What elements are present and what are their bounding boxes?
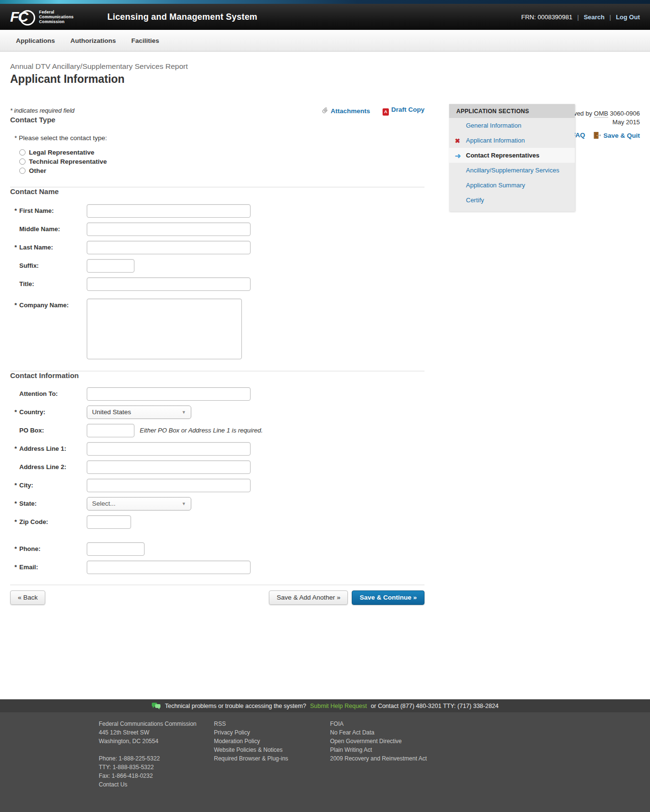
suffix-row: Suffix:	[10, 259, 424, 273]
paperclip-icon	[321, 107, 329, 114]
radio-legal-representative[interactable]: Legal Representative	[19, 148, 424, 157]
footer-links-column-3: FOIA No Fear Act Data Open Government Di…	[330, 720, 427, 763]
no-fear-act-link[interactable]: No Fear Act Data	[330, 728, 427, 737]
pdf-icon: A	[383, 108, 389, 116]
required-browser-link[interactable]: Required Browser & Plug-ins	[214, 754, 288, 763]
state-label: State:	[19, 497, 37, 511]
application-sections-panel: APPLICATION SECTIONS General Information…	[449, 104, 575, 211]
application-sections-title: APPLICATION SECTIONS	[449, 104, 575, 118]
save-add-another-button[interactable]: Save & Add Another »	[269, 590, 348, 605]
top-gradient-strip	[0, 0, 650, 4]
address-line-1-row: *Address Line 1:	[10, 442, 424, 456]
header-separator: |	[577, 13, 579, 21]
country-row: *Country: United States ▼	[10, 406, 424, 419]
nav-item-facilities[interactable]: Facilities	[124, 37, 167, 44]
contact-information-heading: Contact Information	[10, 371, 424, 380]
draft-copy-link[interactable]: ADraft Copy	[383, 106, 424, 116]
address-line-2-input[interactable]	[87, 460, 251, 474]
nav-item-authorizations[interactable]: Authorizations	[63, 37, 124, 44]
fcc-logo: FC Federal Communications Commission	[10, 8, 74, 26]
chat-icon	[151, 702, 161, 710]
po-box-row: PO Box: Either PO Box or Address Line 1 …	[10, 424, 424, 437]
search-link[interactable]: Search	[584, 13, 604, 21]
nav-item-applications[interactable]: Applications	[10, 37, 63, 44]
email-input[interactable]	[87, 561, 251, 574]
sidebar-item-ancillary-supplementary-services[interactable]: Ancillary/Supplementary Services	[449, 163, 575, 178]
app-header: FC Federal Communications Commission Lic…	[0, 4, 650, 30]
sidebar-item-contact-representatives[interactable]: ➜ Contact Representatives	[449, 148, 575, 163]
radio-technical-representative[interactable]: Technical Representative	[19, 157, 424, 166]
po-box-input[interactable]	[87, 424, 134, 437]
address-line-1-input[interactable]	[87, 442, 251, 456]
moderation-policy-link[interactable]: Moderation Policy	[214, 737, 288, 746]
state-row: *State: Select... ▼	[10, 497, 424, 511]
app-title: Licensing and Management System	[107, 12, 257, 22]
recovery-act-link[interactable]: 2009 Recovery and Reinvestment Act	[330, 754, 427, 763]
open-government-link[interactable]: Open Government Directive	[330, 737, 427, 746]
sidebar-item-certify[interactable]: Certify	[449, 193, 575, 208]
sidebar-item-application-summary[interactable]: Application Summary	[449, 178, 575, 193]
zip-code-row: *Zip Code:	[10, 515, 424, 529]
page-title: Applicant Information	[10, 73, 640, 86]
address-line-2-label: Address Line 2:	[19, 460, 66, 474]
back-button[interactable]: « Back	[10, 590, 45, 605]
privacy-policy-link[interactable]: Privacy Policy	[214, 728, 288, 737]
contact-type-heading: Contact Type	[10, 116, 424, 124]
suffix-input[interactable]	[87, 259, 134, 273]
radio-other[interactable]: Other	[19, 166, 424, 175]
middle-name-label: Middle Name:	[19, 223, 60, 236]
save-continue-button[interactable]: Save & Continue »	[352, 590, 424, 605]
sidebar-item-general-information[interactable]: General Information	[449, 118, 575, 133]
zip-code-input[interactable]	[87, 515, 131, 529]
logout-link[interactable]: Log Out	[616, 13, 640, 21]
website-policies-link[interactable]: Website Policies & Notices	[214, 746, 288, 754]
first-name-label: First Name:	[19, 204, 54, 218]
attention-to-input[interactable]	[87, 387, 251, 401]
rss-link[interactable]: RSS	[214, 720, 288, 728]
last-name-row: *Last Name:	[10, 241, 424, 254]
foia-link[interactable]: FOIA	[330, 720, 427, 728]
po-box-note: Either PO Box or Address Line 1 is requi…	[140, 424, 263, 437]
phone-input[interactable]	[87, 542, 145, 556]
contact-name-fields: *First Name: Middle Name: *Last Name: Su…	[10, 204, 424, 359]
submit-help-request-link[interactable]: Submit Help Request	[310, 703, 367, 709]
form-buttons-row: « Back Save & Add Another » Save & Conti…	[10, 590, 424, 605]
door-icon	[594, 132, 601, 139]
footer-agency-city: Washington, DC 20554	[99, 737, 197, 746]
email-label: Email:	[19, 561, 38, 574]
company-name-row: *Company Name:	[10, 299, 424, 359]
sidebar-item-applicant-information[interactable]: ✖ Applicant Information	[449, 133, 575, 148]
chevron-down-icon: ▼	[182, 501, 186, 506]
contact-type-prompt: * Please select the contact type:	[10, 134, 424, 142]
contact-us-link[interactable]: Contact Us	[99, 780, 197, 789]
last-name-input[interactable]	[87, 241, 251, 254]
plain-writing-link[interactable]: Plain Writing Act	[330, 746, 427, 754]
state-select[interactable]: Select... ▼	[87, 497, 191, 511]
city-input[interactable]	[87, 479, 251, 492]
required-note-row: * indicates required field Attachments A…	[10, 106, 424, 116]
footer-tty: TTY: 1-888-835-5322	[99, 763, 197, 772]
footer-fax: Fax: 1-866-418-0232	[99, 772, 197, 780]
header-user-area: FRN: 0008390981 | Search | Log Out	[521, 4, 640, 30]
title-row: Title:	[10, 277, 424, 291]
page: FC Federal Communications Commission Lic…	[0, 0, 650, 812]
radio-button[interactable]	[19, 168, 26, 174]
radio-button[interactable]	[19, 149, 26, 156]
chevron-down-icon: ▼	[182, 410, 186, 415]
company-name-textarea[interactable]	[87, 299, 242, 359]
header-separator: |	[610, 13, 611, 21]
help-text-after: or Contact (877) 480-3201 TTY: (717) 338…	[371, 703, 499, 709]
radio-button[interactable]	[19, 158, 26, 165]
attention-to-row: Attention To:	[10, 387, 424, 401]
middle-name-row: Middle Name:	[10, 223, 424, 236]
form-column: * indicates required field Attachments A…	[10, 106, 424, 605]
help-bar: Technical problems or trouble accessing …	[0, 699, 650, 712]
country-select[interactable]: United States ▼	[87, 406, 191, 419]
zip-code-label: Zip Code:	[19, 515, 48, 529]
middle-name-input[interactable]	[87, 223, 251, 236]
first-name-input[interactable]	[87, 204, 251, 218]
title-input[interactable]	[87, 277, 251, 291]
save-quit-link[interactable]: Save & Quit	[594, 131, 640, 140]
attachments-link[interactable]: Attachments	[321, 107, 370, 115]
address-line-2-row: Address Line 2:	[10, 460, 424, 474]
